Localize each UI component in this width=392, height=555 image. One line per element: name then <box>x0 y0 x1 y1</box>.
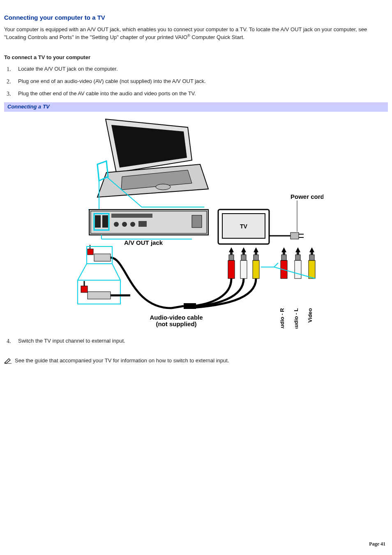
intro-text-b: Computer Quick Start. <box>190 35 244 41</box>
rca-plugs-cable-side <box>171 247 259 309</box>
step-text: Plug the other end of the AV cable into … <box>18 90 196 97</box>
section-heading: Connecting your computer to a TV <box>4 13 388 22</box>
svg-point-4 <box>156 184 171 190</box>
step-text: Switch the TV input channel to external … <box>18 338 125 344</box>
svg-marker-36 <box>254 247 258 252</box>
step-number: 4. <box>7 337 11 345</box>
callout-line <box>112 264 120 280</box>
procedure-subheading: To connect a TV to your computer <box>4 54 388 61</box>
step-3: 3. Plug the other end of the AV cable in… <box>18 90 388 97</box>
trademark-symbol: ® <box>187 34 190 38</box>
label-audio-r: Audio - R <box>279 308 285 329</box>
side-panel-closeup <box>89 210 208 235</box>
av-plug-enlarged <box>78 280 130 304</box>
step-number: 3. <box>7 90 11 98</box>
label-av-cable-line1: Audio-video cable <box>150 314 203 321</box>
laptop-illustration <box>97 119 208 197</box>
callout-line <box>78 264 87 280</box>
svg-marker-38 <box>281 247 286 252</box>
svg-rect-17 <box>94 254 111 261</box>
svg-rect-8 <box>95 215 101 228</box>
svg-rect-15 <box>192 215 202 228</box>
svg-point-12 <box>122 222 127 227</box>
step-text: Locate the A/V OUT jack on the computer. <box>18 66 118 72</box>
svg-marker-39 <box>295 247 300 252</box>
svg-rect-37 <box>184 303 196 309</box>
svg-point-13 <box>130 222 135 227</box>
steps-list-part2: 4. Switch the TV input channel to extern… <box>18 337 388 345</box>
svg-marker-40 <box>309 247 314 252</box>
callout-line <box>88 181 99 210</box>
note-icon <box>4 357 12 366</box>
page-number: Page 41 <box>369 541 385 548</box>
svg-marker-34 <box>229 247 234 252</box>
label-power-cord: Power cord <box>291 193 323 200</box>
note: See the guide that accompanied your TV f… <box>4 357 388 366</box>
note-text: See the guide that accompanied your TV f… <box>15 357 229 364</box>
label-audio-l: Audio - L <box>293 308 299 329</box>
svg-rect-21 <box>88 292 111 299</box>
label-av-out-jack: A/V OUT jack <box>124 239 163 246</box>
step-4: 4. Switch the TV input channel to extern… <box>18 337 388 345</box>
svg-point-11 <box>114 222 119 227</box>
svg-rect-14 <box>138 221 147 227</box>
step-text: Plug one end of an audio-video (AV) cabl… <box>18 78 206 84</box>
connection-diagram: A/V OUT jack Audio-video cable (not supp… <box>69 115 323 329</box>
svg-rect-10 <box>111 214 152 218</box>
figure-caption: Connecting a TV <box>4 102 388 111</box>
intro-text-a: Your computer is equipped with an A/V OU… <box>4 26 367 41</box>
steps-list-part1: 1. Locate the A/V OUT jack on the comput… <box>18 65 388 98</box>
tv-illustration: TV <box>218 200 304 244</box>
label-tv: TV <box>240 223 248 230</box>
svg-marker-5 <box>97 161 108 181</box>
callout-line <box>261 263 278 267</box>
intro-paragraph: Your computer is equipped with an A/V OU… <box>4 26 388 41</box>
step-2: 2. Plug one end of an audio-video (AV) c… <box>18 78 388 85</box>
label-video: Video <box>307 308 313 322</box>
svg-marker-35 <box>241 247 246 252</box>
svg-rect-9 <box>102 215 108 228</box>
step-number: 1. <box>7 65 11 74</box>
callout-line <box>261 267 315 279</box>
figure-container: A/V OUT jack Audio-video cable (not supp… <box>4 115 388 331</box>
svg-rect-27 <box>291 233 299 239</box>
svg-rect-22 <box>81 286 88 292</box>
step-1: 1. Locate the A/V OUT jack on the comput… <box>18 65 388 73</box>
svg-rect-18 <box>88 249 93 255</box>
label-av-cable-line2: (not supplied) <box>156 320 196 327</box>
step-number: 2. <box>7 78 11 86</box>
